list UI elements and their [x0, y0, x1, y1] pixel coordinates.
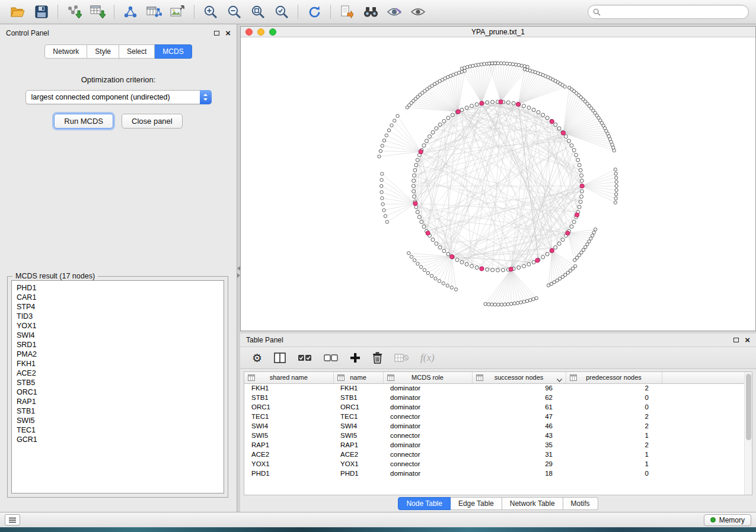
- export-image-button[interactable]: [167, 3, 189, 21]
- mcds-result-item[interactable]: STP4: [17, 302, 224, 312]
- mcds-result-item[interactable]: SWI4: [17, 331, 224, 340]
- network-node[interactable]: [417, 215, 421, 219]
- network-node[interactable]: [380, 184, 383, 187]
- network-from-table-button[interactable]: [143, 3, 165, 21]
- network-node[interactable]: [615, 180, 618, 183]
- table-cell[interactable]: TEC1: [333, 412, 383, 421]
- network-node[interactable]: [563, 85, 566, 88]
- close-window-icon[interactable]: [245, 28, 253, 36]
- mcds-result-item[interactable]: RAP1: [17, 397, 224, 406]
- network-node[interactable]: [564, 134, 568, 138]
- network-node[interactable]: [592, 231, 595, 234]
- table-cell[interactable]: 18: [472, 469, 566, 478]
- table-cell[interactable]: RAP1: [244, 440, 333, 450]
- network-node[interactable]: [486, 101, 489, 104]
- table-cell[interactable]: dominator: [383, 421, 472, 431]
- network-node[interactable]: [387, 129, 390, 132]
- network-node[interactable]: [412, 184, 415, 188]
- column-layout-icon[interactable]: [274, 352, 286, 363]
- network-node[interactable]: [579, 168, 582, 172]
- network-node[interactable]: [475, 102, 479, 106]
- table-cell[interactable]: 2: [566, 440, 662, 450]
- table-cell[interactable]: ORC1: [244, 402, 333, 412]
- network-node[interactable]: [613, 149, 615, 152]
- network-node[interactable]: [412, 179, 416, 182]
- network-node[interactable]: [413, 201, 417, 206]
- table-cell[interactable]: 96: [472, 383, 566, 393]
- network-node[interactable]: [438, 246, 442, 249]
- network-node[interactable]: [499, 100, 503, 104]
- network-node[interactable]: [512, 101, 515, 105]
- network-node[interactable]: [416, 158, 419, 162]
- mcds-result-item[interactable]: CAR1: [17, 293, 224, 302]
- network-node[interactable]: [442, 282, 445, 285]
- network-node[interactable]: [516, 302, 519, 305]
- mcds-result-item[interactable]: GCR1: [17, 435, 224, 444]
- table-row[interactable]: ORC1ORC1dominator610: [244, 402, 752, 412]
- network-node[interactable]: [451, 113, 454, 117]
- table-cell[interactable]: ORC1: [333, 402, 383, 412]
- table-cell[interactable]: YOX1: [333, 459, 383, 469]
- network-node[interactable]: [580, 174, 583, 177]
- tab-network-table[interactable]: Network Table: [502, 497, 563, 510]
- network-node[interactable]: [442, 119, 446, 123]
- mcds-result-item[interactable]: TID3: [17, 312, 224, 321]
- network-node[interactable]: [508, 62, 511, 65]
- float-panel-icon[interactable]: [214, 31, 219, 36]
- network-node[interactable]: [532, 261, 535, 264]
- table-cell[interactable]: 1: [566, 431, 662, 440]
- table-cell[interactable]: 0: [566, 402, 662, 412]
- network-node[interactable]: [578, 205, 581, 209]
- network-node[interactable]: [572, 220, 576, 224]
- network-node[interactable]: [572, 148, 576, 152]
- network-node[interactable]: [546, 116, 549, 120]
- network-node[interactable]: [509, 302, 512, 305]
- network-node[interactable]: [442, 249, 446, 253]
- network-node[interactable]: [567, 139, 571, 143]
- criterion-dropdown[interactable]: largest connected component (undirected): [25, 90, 212, 104]
- status-menu-button[interactable]: [5, 514, 20, 525]
- network-node[interactable]: [503, 303, 506, 306]
- network-node[interactable]: [412, 190, 416, 193]
- network-node[interactable]: [614, 172, 617, 175]
- network-node[interactable]: [465, 106, 468, 110]
- network-view[interactable]: [241, 37, 755, 331]
- network-node[interactable]: [465, 262, 468, 266]
- network-node[interactable]: [456, 110, 460, 114]
- network-node[interactable]: [381, 197, 384, 200]
- network-node[interactable]: [493, 303, 496, 306]
- network-node[interactable]: [430, 274, 433, 277]
- network-node[interactable]: [416, 262, 419, 265]
- network-node[interactable]: [460, 261, 464, 264]
- network-node[interactable]: [390, 124, 393, 127]
- network-node[interactable]: [591, 234, 594, 237]
- add-column-plus-icon[interactable]: [350, 352, 361, 363]
- zoom-in-button[interactable]: [200, 3, 221, 21]
- table-row[interactable]: RAP1RAP1dominator352: [244, 440, 752, 450]
- network-node[interactable]: [378, 155, 381, 158]
- network-node[interactable]: [517, 266, 521, 270]
- network-node[interactable]: [511, 63, 514, 66]
- column-header-name[interactable]: name: [333, 372, 383, 383]
- table-cell[interactable]: SWI5: [333, 431, 383, 440]
- network-node[interactable]: [615, 193, 618, 196]
- close-table-panel-icon[interactable]: ×: [745, 336, 750, 344]
- network-node[interactable]: [414, 164, 418, 167]
- network-node[interactable]: [561, 131, 565, 135]
- table-cell[interactable]: 29: [472, 459, 566, 469]
- network-node[interactable]: [580, 190, 583, 193]
- network-node[interactable]: [575, 153, 578, 157]
- network-node[interactable]: [615, 184, 618, 187]
- network-node[interactable]: [416, 210, 419, 214]
- network-node[interactable]: [413, 259, 416, 262]
- network-node[interactable]: [435, 242, 438, 245]
- network-node[interactable]: [522, 104, 525, 108]
- table-settings-gear-icon[interactable]: ⚙: [252, 352, 262, 364]
- fit-content-button[interactable]: [247, 3, 269, 21]
- table-cell[interactable]: 43: [472, 431, 566, 440]
- mcds-result-list[interactable]: PHD1CAR1STP4TID3YOX1SWI4SRD1PMA2FKH1ACE2…: [11, 280, 224, 493]
- network-node[interactable]: [579, 200, 582, 204]
- mcds-result-item[interactable]: STB1: [17, 406, 224, 416]
- column-header-successor-nodes[interactable]: successor nodes: [472, 372, 566, 383]
- deselect-all-icon[interactable]: [324, 354, 338, 362]
